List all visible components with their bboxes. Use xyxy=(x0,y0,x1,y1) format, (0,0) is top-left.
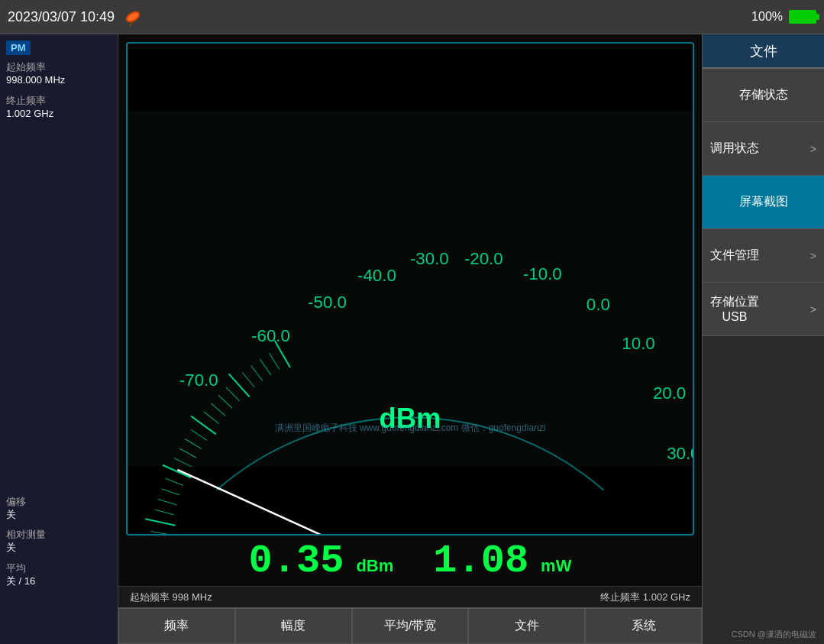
meter-display: -70.0 -60.0 -50.0 xyxy=(126,42,694,536)
label-minus60: -60.0 xyxy=(251,326,290,345)
svg-line-12 xyxy=(163,465,191,477)
battery-pct-label: 100% xyxy=(751,10,783,24)
param-offset-label: 偏移 xyxy=(6,496,111,509)
param-start-freq-label: 起始频率 xyxy=(6,61,111,74)
bottom-toolbar: 频率 幅度 平均/带宽 文件 系统 xyxy=(118,607,702,644)
param-relative-value: 关 xyxy=(6,542,111,555)
param-end-freq-label: 终止频率 xyxy=(6,95,111,108)
param-avg: 平均 关 / 16 xyxy=(6,562,111,588)
file-button[interactable]: 文件 xyxy=(468,608,585,644)
param-relative: 相对测量 关 xyxy=(6,529,111,555)
mw-value: 1.08 xyxy=(433,542,528,581)
label-minus50: -50.0 xyxy=(308,293,347,312)
amplitude-button[interactable]: 幅度 xyxy=(235,608,352,644)
battery-icon xyxy=(789,10,816,24)
system-button[interactable]: 系统 xyxy=(585,608,702,644)
freq-bar: 起始频率 998 MHz 终止频率 1.002 GHz xyxy=(118,586,702,607)
param-avg-label: 平均 xyxy=(6,562,111,575)
label-zero: 0.0 xyxy=(586,295,610,314)
leaf-icon xyxy=(122,6,144,28)
needle xyxy=(177,470,410,534)
tick-minus10 xyxy=(145,519,176,525)
top-bar-left: 2023/03/07 10:49 xyxy=(8,6,144,28)
end-freq-label: 终止频率 1.002 GHz xyxy=(600,591,690,604)
avg-bandwidth-button[interactable]: 平均/带宽 xyxy=(352,608,469,644)
sidebar-file-manage-button[interactable]: 文件管理 xyxy=(703,229,824,283)
sidebar-screenshot-button[interactable]: 屏幕截图 xyxy=(703,176,824,229)
sidebar-storage-status-button[interactable]: 存储状态 xyxy=(703,69,824,122)
label-plus10: 10.0 xyxy=(622,334,654,353)
right-sidebar: 文件 存储状态 调用状态 屏幕截图 文件管理 存储位置 USB xyxy=(702,34,824,644)
label-minus10: -10.0 xyxy=(523,264,562,283)
sidebar-wenjian-button[interactable]: 文件 xyxy=(703,34,824,69)
sidebar-spacer xyxy=(703,336,824,644)
svg-line-39 xyxy=(150,532,170,534)
tick-zero xyxy=(163,465,191,477)
left-panel: PM 起始频率 998.000 MHz 终止频率 1.002 GHz 偏移 关 … xyxy=(0,34,118,644)
top-bar: 2023/03/07 10:49 100% xyxy=(0,0,824,34)
svg-line-43 xyxy=(166,478,184,485)
dbm-value: 0.35 xyxy=(249,542,344,581)
start-freq-label: 起始频率 998 MHz xyxy=(130,591,212,604)
pm-badge: PM xyxy=(6,40,31,55)
center-area: -70.0 -60.0 -50.0 xyxy=(118,34,702,644)
param-end-freq-value: 1.002 GHz xyxy=(6,108,111,121)
svg-line-40 xyxy=(155,510,174,514)
label-minus40: -40.0 xyxy=(357,266,396,285)
svg-line-41 xyxy=(158,499,176,504)
param-offset-value: 关 xyxy=(6,509,111,522)
svg-line-42 xyxy=(162,489,180,495)
battery-indicator xyxy=(789,10,816,24)
param-start-freq: 起始频率 998.000 MHz xyxy=(6,61,111,87)
watermark: 满洲里国峰电子科技 www.guofengdianzi.com 微信：guofe… xyxy=(275,422,546,435)
label-plus20: 20.0 xyxy=(653,383,686,403)
mw-unit: mW xyxy=(541,556,571,576)
csdn-watermark: CSDN @潇洒的电磁波 xyxy=(732,629,816,640)
param-start-freq-value: 998.000 MHz xyxy=(6,74,111,87)
label-plus30: 30.0 xyxy=(667,444,693,463)
label-minus30: -30.0 xyxy=(410,249,449,268)
svg-line-11 xyxy=(145,519,176,525)
label-minus20: -20.0 xyxy=(464,249,503,268)
dbm-unit: dBm xyxy=(356,556,393,576)
datetime-label: 2023/03/07 10:49 xyxy=(8,9,115,25)
meter-svg: -70.0 -60.0 -50.0 xyxy=(128,44,693,534)
top-bar-right: 100% xyxy=(751,10,816,24)
center-content: -70.0 -60.0 -50.0 xyxy=(118,34,702,607)
label-minus70: -70.0 xyxy=(179,371,218,390)
param-avg-value: 关 / 16 xyxy=(6,575,111,588)
digital-readout: 0.35 dBm 1.08 mW xyxy=(118,536,702,586)
sidebar-recall-status-button[interactable]: 调用状态 xyxy=(703,122,824,176)
param-relative-label: 相对测量 xyxy=(6,529,111,542)
param-end-freq: 终止频率 1.002 GHz xyxy=(6,95,111,121)
main-layout: PM 起始频率 998.000 MHz 终止频率 1.002 GHz 偏移 关 … xyxy=(0,34,824,644)
param-offset: 偏移 关 xyxy=(6,496,111,522)
svg-line-56 xyxy=(177,470,410,534)
freq-button[interactable]: 频率 xyxy=(118,608,235,644)
sidebar-storage-location-button[interactable]: 存储位置 USB xyxy=(703,283,824,336)
